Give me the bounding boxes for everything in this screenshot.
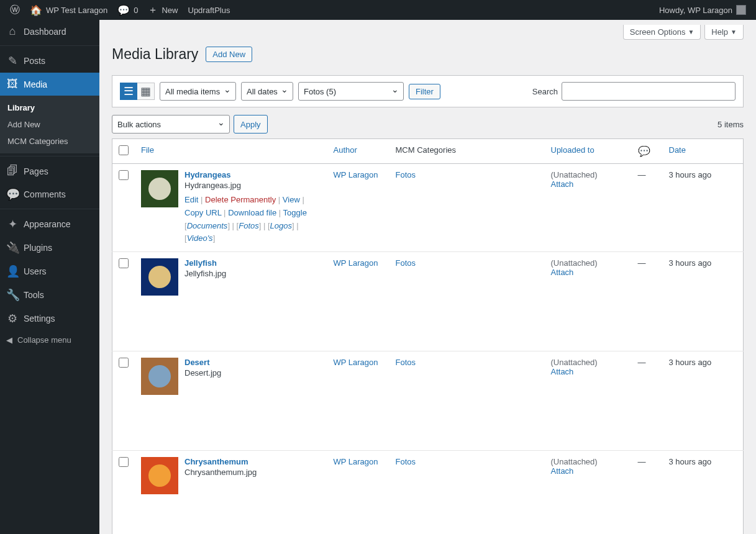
sidebar-item-dashboard[interactable]: ⌂Dashboard xyxy=(0,20,99,43)
unattached-label: (Unattached) xyxy=(551,358,598,367)
media-type-select[interactable]: All media items xyxy=(160,82,236,101)
category-select[interactable]: Fotos (5) xyxy=(298,82,404,101)
submenu-item-mcm-categories[interactable]: MCM Categories xyxy=(0,133,99,150)
grid-icon: ▦ xyxy=(140,84,151,98)
sidebar-item-label: Posts xyxy=(24,56,45,66)
home-icon: 🏠 xyxy=(30,4,42,16)
comment-icon: 💬 xyxy=(117,4,130,16)
submenu-item-library[interactable]: Library xyxy=(0,99,99,116)
media-filename: Hydrangeas.jpg xyxy=(184,181,321,190)
svg-point-5 xyxy=(148,365,171,387)
mcm-category-link[interactable]: Fotos xyxy=(396,457,416,466)
sidebar-item-media[interactable]: 🖾Media xyxy=(0,73,99,96)
comments-link[interactable]: 💬0 xyxy=(112,0,143,20)
toggle-cat-link[interactable]: Documents xyxy=(187,221,228,230)
collapse-menu[interactable]: ◀Collapse menu xyxy=(0,330,99,350)
media-title-link[interactable]: Desert xyxy=(184,358,209,367)
media-title-link[interactable]: Hydrangeas xyxy=(184,170,230,179)
media-thumbnail[interactable] xyxy=(141,170,178,207)
edit-link[interactable]: Edit xyxy=(184,195,198,204)
help-button[interactable]: Help▼ xyxy=(704,25,744,40)
toggle-cat-link[interactable]: Logos xyxy=(270,221,292,230)
bulk-action-select[interactable]: Bulk actions xyxy=(112,115,230,134)
author-link[interactable]: WP Laragon xyxy=(334,170,378,179)
new-label: New xyxy=(162,6,178,15)
row-checkbox[interactable] xyxy=(119,457,129,467)
sidebar-item-plugins[interactable]: 🔌Plugins xyxy=(0,236,99,260)
download-link[interactable]: Download file xyxy=(228,208,276,217)
sidebar-item-users[interactable]: 👤Users xyxy=(0,260,99,283)
author-link[interactable]: WP Laragon xyxy=(334,258,378,268)
media-thumbnail[interactable] xyxy=(141,358,178,395)
apply-button[interactable]: Apply xyxy=(234,115,268,134)
list-icon: ☰ xyxy=(124,84,134,98)
screen-options-button[interactable]: Screen Options▼ xyxy=(623,25,701,40)
media-thumbnail[interactable] xyxy=(141,258,178,296)
date-cell: 3 hours ago xyxy=(663,351,744,451)
row-checkbox[interactable] xyxy=(119,358,129,368)
toggle-cat-link[interactable]: Fotos xyxy=(239,221,259,230)
filter-button[interactable]: Filter xyxy=(409,84,440,99)
unattached-label: (Unattached) xyxy=(551,170,598,179)
settings-icon: ⚙ xyxy=(6,312,19,325)
toggle-cat-link[interactable]: Video's xyxy=(187,233,213,243)
date-select[interactable]: All dates xyxy=(241,82,293,101)
sidebar-item-comments[interactable]: 💬Comments xyxy=(0,183,99,206)
row-checkbox[interactable] xyxy=(119,258,129,268)
col-file[interactable]: File xyxy=(141,145,154,155)
media-thumbnail[interactable] xyxy=(141,457,178,494)
site-name-link[interactable]: 🏠WP Test Laragon xyxy=(25,0,112,20)
unattached-label: (Unattached) xyxy=(551,258,598,268)
col-author[interactable]: Author xyxy=(334,145,357,155)
sidebar-item-tools[interactable]: 🔧Tools xyxy=(0,283,99,307)
updraftplus-link[interactable]: UpdraftPlus xyxy=(183,0,235,20)
page-title: Media Library xyxy=(112,46,198,63)
sidebar-item-posts[interactable]: ✎Posts xyxy=(0,49,99,73)
main-content: Screen Options▼ Help▼ Media Library Add … xyxy=(99,20,756,534)
search-input[interactable] xyxy=(562,82,736,101)
copy-url-link[interactable]: Copy URL xyxy=(184,208,221,217)
tools-icon: 🔧 xyxy=(6,288,19,302)
sidebar-item-label: Pages xyxy=(24,166,48,176)
attach-link[interactable]: Attach xyxy=(551,268,574,277)
mcm-category-link[interactable]: Fotos xyxy=(396,358,416,367)
sidebar-item-appearance[interactable]: ✦Appearance xyxy=(0,212,99,236)
sidebar-item-label: Comments xyxy=(24,189,66,199)
author-link[interactable]: WP Laragon xyxy=(334,457,378,466)
pages-icon: 🗐 xyxy=(6,165,19,178)
delete-link[interactable]: Delete Permanently xyxy=(205,195,276,204)
attach-link[interactable]: Attach xyxy=(551,466,574,476)
attach-link[interactable]: Attach xyxy=(551,367,574,376)
view-grid-button[interactable]: ▦ xyxy=(137,83,155,100)
chevron-down-icon: ▼ xyxy=(731,29,737,35)
submenu-item-add-new[interactable]: Add New xyxy=(0,116,99,133)
view-link[interactable]: View xyxy=(283,195,300,204)
svg-point-3 xyxy=(148,266,171,288)
attach-link[interactable]: Attach xyxy=(551,179,574,189)
mcm-category-link[interactable]: Fotos xyxy=(396,258,416,268)
media-title-link[interactable]: Jellyfish xyxy=(184,258,217,268)
author-link[interactable]: WP Laragon xyxy=(334,358,378,367)
site-name: WP Test Laragon xyxy=(46,6,107,15)
comments-cell: — xyxy=(632,252,663,351)
col-date[interactable]: Date xyxy=(669,145,686,155)
view-list-button[interactable]: ☰ xyxy=(120,83,137,100)
row-checkbox[interactable] xyxy=(119,170,129,180)
sidebar-item-pages[interactable]: 🗐Pages xyxy=(0,160,99,183)
my-account[interactable]: Howdy, WP Laragon xyxy=(654,0,751,20)
admin-sidebar: ⌂Dashboard✎Posts🖾MediaLibraryAdd NewMCM … xyxy=(0,20,99,534)
new-content-link[interactable]: ＋New xyxy=(143,0,183,20)
toggle-link[interactable]: Toggle xyxy=(283,208,307,217)
appearance-icon: ✦ xyxy=(6,217,19,231)
wp-logo[interactable]: ⓦ xyxy=(5,0,25,20)
col-uploaded[interactable]: Uploaded to xyxy=(551,145,594,155)
media-title-link[interactable]: Chrysanthemum xyxy=(184,457,248,466)
select-all-checkbox[interactable] xyxy=(119,145,129,155)
table-row: Desert Desert.jpg WP Laragon Fotos (Unat… xyxy=(112,351,744,451)
media-table: File Author MCM Categories Uploaded to 💬… xyxy=(112,138,744,534)
media-filename: Jellyfish.jpg xyxy=(184,269,321,278)
admin-bar: ⓦ 🏠WP Test Laragon 💬0 ＋New UpdraftPlus H… xyxy=(0,0,756,20)
sidebar-item-settings[interactable]: ⚙Settings xyxy=(0,307,99,330)
mcm-category-link[interactable]: Fotos xyxy=(396,170,416,179)
add-new-button[interactable]: Add New xyxy=(206,47,252,62)
